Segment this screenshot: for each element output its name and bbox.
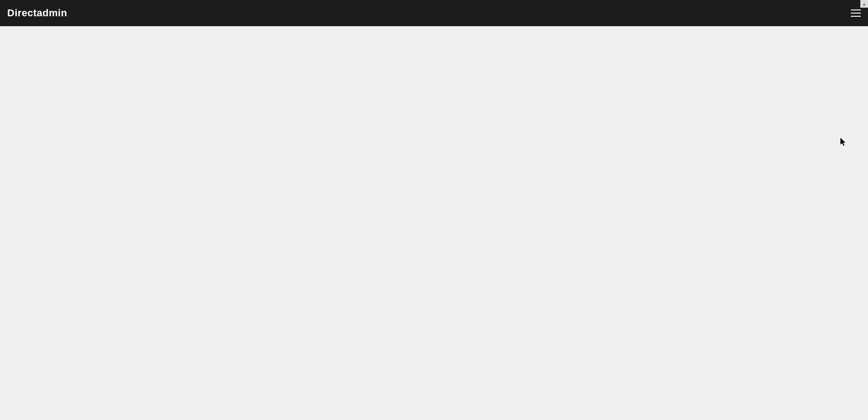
hamburger-menu-icon[interactable] [851, 9, 861, 17]
brand[interactable]: Directadmin [7, 7, 67, 19]
scrollbar-up-arrow-icon[interactable]: ▲ [860, 0, 868, 8]
topbar: Directadmin [0, 0, 868, 26]
